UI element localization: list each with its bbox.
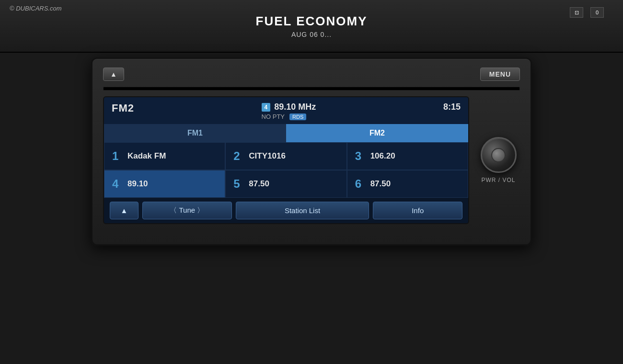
- tab-fm2[interactable]: FM2: [286, 124, 468, 142]
- dash-icon-1: ⊡: [570, 7, 583, 18]
- info-button[interactable]: Info: [373, 202, 462, 219]
- pwr-vol-label: PWR / VOL: [481, 177, 515, 183]
- screen-header: FM2 4 89.10 MHz NO PTY RDS 8:15: [104, 97, 468, 124]
- pwr-vol-knob[interactable]: [481, 137, 517, 173]
- station-3[interactable]: 3 106.20: [347, 142, 468, 170]
- cd-slot: [103, 87, 520, 91]
- clock: 8:15: [443, 102, 461, 112]
- dash-icon-2: 0: [590, 7, 604, 18]
- watermark: © DUBICARS.com: [10, 5, 62, 12]
- fuel-economy-subtitle: AUG 06 0...: [256, 31, 368, 38]
- station-4-name: 89.10: [127, 179, 148, 189]
- station-6-name: 87.50: [370, 179, 391, 189]
- controls-top-row: ▲ MENU: [103, 68, 520, 81]
- station-4-number: 4: [112, 177, 122, 191]
- station-5[interactable]: 5 87.50: [225, 170, 346, 198]
- eject-button[interactable]: ▲: [103, 68, 124, 81]
- station-4[interactable]: 4 89.10: [104, 170, 225, 198]
- freq-pty-row: NO PTY RDS: [262, 113, 316, 120]
- station-list-button[interactable]: Station List: [236, 202, 369, 219]
- knob-area: PWR / VOL: [477, 137, 520, 183]
- tab-fm1[interactable]: FM1: [104, 124, 286, 142]
- freq-info: 4 89.10 MHz NO PTY RDS: [262, 102, 316, 120]
- freq-badge: 4: [262, 103, 271, 112]
- station-2-number: 2: [233, 149, 243, 163]
- station-6[interactable]: 6 87.50: [347, 170, 468, 198]
- fuel-economy-title: FUEL ECONOMY: [256, 14, 368, 29]
- pty-label: NO PTY: [262, 113, 285, 120]
- station-2[interactable]: 2 CITY1016: [225, 142, 346, 170]
- station-grid: 1 Kadak FM 2 CITY1016 3 106.20 4 89.10 5: [104, 142, 468, 198]
- station-1-name: Kadak FM: [127, 151, 166, 161]
- tab-row: FM1 FM2: [104, 124, 468, 142]
- station-1[interactable]: 1 Kadak FM: [104, 142, 225, 170]
- head-unit: ▲ MENU FM2 4 89.10 MHz NO PTY RDS: [91, 57, 532, 246]
- freq-top: 4 89.10 MHz: [262, 102, 316, 112]
- station-6-number: 6: [355, 177, 365, 191]
- dashboard-icons: ⊡ 0: [570, 7, 604, 18]
- radio-screen: FM2 4 89.10 MHz NO PTY RDS 8:15 FM1 FM2: [103, 96, 469, 224]
- station-2-name: CITY1016: [249, 151, 286, 161]
- station-5-name: 87.50: [249, 179, 269, 189]
- scan-button[interactable]: ▲: [110, 202, 138, 219]
- menu-button[interactable]: MENU: [480, 68, 520, 81]
- bezel-bottom: [103, 224, 520, 234]
- dashboard-top: © DUBICARS.com FUEL ECONOMY AUG 06 0... …: [0, 0, 623, 53]
- dashboard-display: FUEL ECONOMY AUG 06 0...: [256, 14, 368, 38]
- fm-label: FM2: [112, 102, 134, 114]
- station-1-number: 1: [112, 149, 122, 163]
- station-5-number: 5: [233, 177, 243, 191]
- freq-mhz: 89.10 MHz: [274, 102, 316, 112]
- rds-badge: RDS: [289, 114, 306, 120]
- station-3-number: 3: [355, 149, 365, 163]
- tune-button[interactable]: 〈 Tune 〉: [142, 202, 232, 219]
- knob-inner: [491, 148, 506, 162]
- screen-knob-row: FM2 4 89.10 MHz NO PTY RDS 8:15 FM1 FM2: [103, 96, 520, 224]
- bottom-buttons-row: ▲ 〈 Tune 〉 Station List Info: [104, 198, 468, 223]
- station-3-name: 106.20: [370, 151, 395, 161]
